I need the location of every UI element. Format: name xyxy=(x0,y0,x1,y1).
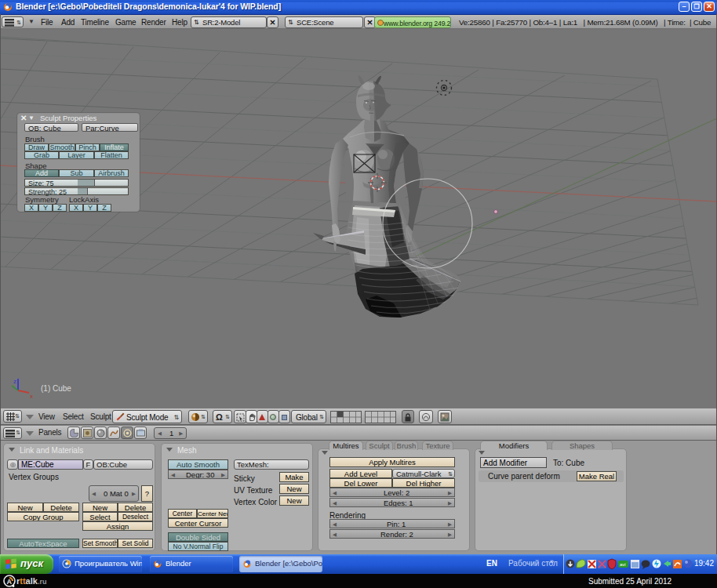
svg-text:rttalk.ru: rttalk.ru xyxy=(16,576,46,586)
svg-text:A: A xyxy=(7,578,13,586)
svg-text:x: x xyxy=(30,393,33,400)
svg-text:z: z xyxy=(13,378,16,385)
svg-text:avi: avi xyxy=(620,562,626,567)
